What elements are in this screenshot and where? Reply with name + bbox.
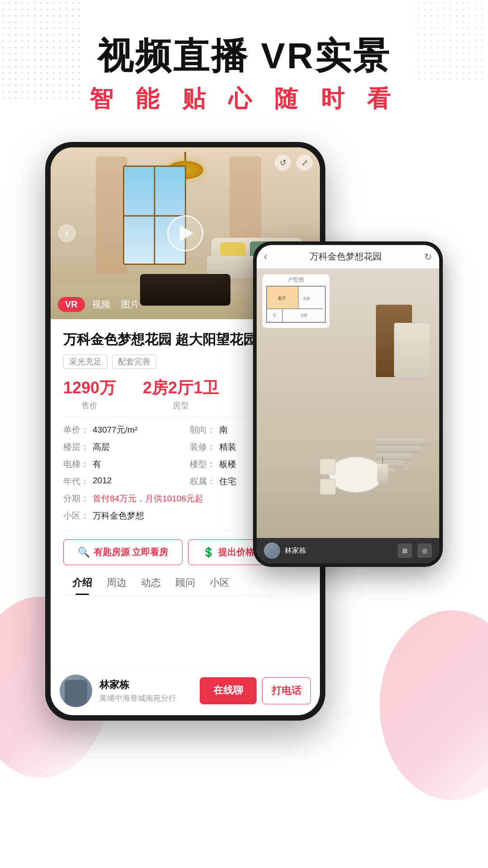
floor-key: 楼层： — [63, 441, 89, 453]
detail-unit-price: 单价： 43077元/m² — [63, 424, 181, 436]
detail-year: 年代： 2012 — [63, 476, 181, 487]
vr-agent-name: 林家栋 — [285, 546, 393, 556]
nav-arrow-left[interactable]: ‹ — [58, 224, 76, 242]
year-key: 年代： — [63, 476, 89, 487]
ownership-val: 住宅 — [219, 476, 236, 487]
renovation-val: 精装 — [219, 441, 236, 453]
tab-dynamics[interactable]: 动态 — [134, 572, 168, 595]
price-item-roomtype: 2房2厅1卫 房型 — [143, 377, 219, 411]
share-icon[interactable]: ↺ — [275, 155, 291, 171]
vr-chair-1 — [320, 459, 336, 475]
vr-icon-1[interactable]: ⊞ — [398, 543, 412, 558]
installment-key: 分期： — [63, 493, 89, 505]
hero-title: 视频直播 VR实景 — [97, 36, 390, 76]
floor-plan-label: 户型图 — [264, 276, 328, 284]
key-source-label: 有匙房源 立即看房 — [94, 546, 169, 558]
vr-refresh-icon[interactable]: ↻ — [424, 251, 432, 262]
chat-button[interactable]: 在线聊 — [200, 677, 257, 704]
agent-buttons: 在线聊 打电话 — [200, 677, 311, 704]
svg-text:卫: 卫 — [272, 313, 276, 317]
agent-info: 林家栋 黄埔中海誉城南苑分行 — [99, 678, 192, 703]
agent-avatar-figure — [65, 680, 87, 707]
tab-intro[interactable]: 介绍 — [65, 572, 99, 595]
phone-secondary: ‹ 万科金色梦想花园 ↻ 户型图 — [253, 241, 443, 567]
vr-bottom-icons: ⊞ ◎ — [398, 543, 432, 558]
vr-header: ‹ 万科金色梦想花园 ↻ — [257, 245, 439, 269]
floor-val: 高层 — [93, 441, 110, 453]
phones-container: ‹ ↺ ⤢ VR 视频 图片 — [45, 142, 443, 766]
stair-step-1 — [376, 439, 430, 446]
elevator-val: 有 — [93, 458, 101, 470]
key-source-button[interactable]: 🔍 有匙房源 立即看房 — [63, 539, 183, 565]
tab-surroundings[interactable]: 周边 — [99, 572, 134, 595]
vr-icon-2[interactable]: ◎ — [418, 543, 432, 558]
vr-dining-table — [329, 457, 383, 493]
elevator-key: 电梯： — [63, 458, 89, 470]
installment-val: 首付84万元，月供10106元起 — [93, 493, 203, 505]
agent-name: 林家栋 — [99, 678, 192, 692]
window — [123, 165, 186, 265]
vr-room-bg: 户型图 客厅 — [257, 269, 439, 538]
floor-plan-svg: 客厅 主卧 卫 次卧 — [264, 284, 328, 325]
year-val: 2012 — [93, 476, 112, 487]
tag-facilities: 配套完善 — [112, 354, 156, 369]
building-type-key: 楼型： — [190, 458, 216, 470]
price-label: 售价 — [63, 400, 116, 411]
svg-text:客厅: 客厅 — [278, 296, 286, 301]
unit-price-key: 单价： — [63, 424, 89, 436]
stair-step-2 — [376, 446, 421, 453]
fullscreen-icon[interactable]: ⤢ — [296, 155, 313, 171]
agent-avatar — [60, 675, 92, 707]
svg-text:主卧: 主卧 — [303, 297, 310, 301]
coffee-table — [140, 274, 230, 306]
play-button[interactable] — [167, 215, 203, 251]
vr-cabinet — [394, 323, 430, 377]
svg-text:次卧: 次卧 — [300, 313, 308, 317]
hero-subtitle: 智 能 贴 心 随 时 看 — [89, 83, 399, 115]
tab-community[interactable]: 小区 — [202, 572, 237, 595]
call-button[interactable]: 打电话 — [262, 677, 311, 704]
tag-sunlight: 采光充足 — [63, 354, 108, 369]
tab-image[interactable]: 图片 — [117, 296, 143, 313]
agent-company: 黄埔中海誉城南苑分行 — [99, 693, 192, 703]
renovation-key: 装修： — [190, 441, 216, 453]
vr-bottom-bar: 林家栋 ⊞ ◎ — [257, 538, 439, 563]
vr-vase — [376, 457, 389, 484]
property-nav-tabs: 介绍 周边 动态 顾问 小区 — [63, 572, 307, 595]
tab-vr[interactable]: VR — [58, 297, 85, 312]
price-item-total: 1290万 售价 — [63, 377, 116, 411]
vr-agent-avatar — [264, 542, 280, 559]
vr-chair-2 — [320, 479, 336, 495]
vr-content: 户型图 客厅 — [257, 269, 439, 538]
detail-floor: 楼层： 高层 — [63, 441, 181, 453]
top-right-icons: ↺ ⤢ — [275, 155, 313, 171]
orientation-val: 南 — [219, 424, 228, 436]
vr-back-icon[interactable]: ‹ — [264, 251, 267, 263]
vr-title: 万科金色梦想花园 — [310, 250, 382, 263]
room-type-label: 房型 — [143, 400, 219, 411]
community-key: 小区： — [63, 510, 89, 522]
orientation-key: 朝向： — [190, 424, 216, 436]
floor-plan-map: 户型图 客厅 — [262, 274, 330, 328]
key-icon: 🔍 — [78, 547, 90, 558]
unit-price-val: 43077元/m² — [93, 424, 137, 436]
price-icon: 💲 — [202, 547, 215, 558]
detail-elevator: 电梯： 有 — [63, 458, 181, 470]
room-type-value: 2房2厅1卫 — [143, 377, 219, 399]
tab-video[interactable]: 视频 — [89, 296, 114, 313]
tab-advisor[interactable]: 顾问 — [168, 572, 202, 595]
price-value: 1290万 — [63, 377, 116, 399]
community-val: 万科金色梦想 — [93, 510, 144, 522]
play-triangle-icon — [180, 225, 193, 241]
agent-bar: 林家栋 黄埔中海誉城南苑分行 在线聊 打电话 — [51, 666, 320, 715]
ownership-key: 权属： — [190, 476, 216, 487]
media-tabs: VR 视频 图片 — [58, 296, 143, 313]
building-type-val: 板楼 — [219, 458, 236, 470]
